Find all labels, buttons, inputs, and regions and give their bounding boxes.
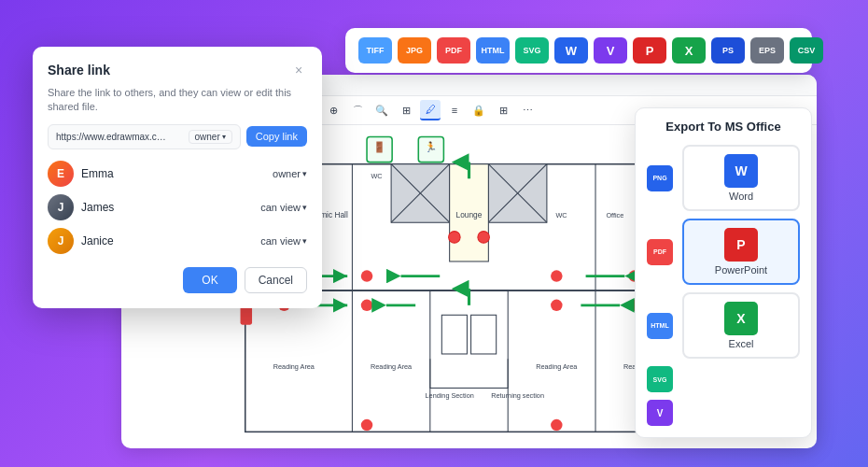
format-vsd-btn[interactable]: V xyxy=(594,37,627,64)
tool-lock[interactable]: 🔒 xyxy=(469,100,489,120)
format-pdf-btn[interactable]: PDF xyxy=(437,37,470,64)
chevron-down-icon: ▾ xyxy=(302,169,307,178)
cancel-button[interactable]: Cancel xyxy=(245,267,307,293)
link-url-text: https://www.edrawmax.com/online/fil xyxy=(56,132,168,142)
list-item: J Janice can view ▾ xyxy=(48,228,307,254)
user-list: E Emma owner ▾ J James can view ▾ J Jani… xyxy=(48,161,307,254)
format-csv-btn[interactable]: CSV xyxy=(790,37,823,64)
user-name: Emma xyxy=(81,167,265,180)
format-eps-btn[interactable]: EPS xyxy=(750,37,784,64)
user-name: James xyxy=(81,201,253,214)
svg-point-30 xyxy=(551,270,563,282)
side-vsd-icon[interactable]: V xyxy=(647,400,673,426)
side-pdf-icon[interactable]: PDF xyxy=(647,239,673,265)
side-png-icon[interactable]: PNG xyxy=(647,165,673,191)
tool-view[interactable]: ⊞ xyxy=(396,100,416,120)
svg-point-14 xyxy=(449,232,461,244)
svg-point-15 xyxy=(478,232,490,244)
chevron-down-icon: ▾ xyxy=(302,236,307,246)
svg-text:WC: WC xyxy=(555,211,567,219)
owner-badge[interactable]: owner ▾ xyxy=(189,130,232,144)
dialog-header: Share link × xyxy=(48,62,307,78)
export-row-word: PNG W Word xyxy=(647,145,800,211)
user-role-dropdown[interactable]: can view ▾ xyxy=(260,202,307,213)
excel-label: Excel xyxy=(690,338,792,349)
format-svg-btn[interactable]: SVG xyxy=(515,37,549,64)
user-name: Janice xyxy=(81,234,253,248)
format-html-btn[interactable]: HTML xyxy=(476,37,510,64)
svg-text:WC: WC xyxy=(371,172,382,180)
svg-point-53 xyxy=(551,300,563,312)
tool-list[interactable]: ≡ xyxy=(444,100,465,120)
word-icon: W xyxy=(724,154,758,188)
svg-point-52 xyxy=(361,300,373,312)
dialog-subtitle: Share the link to others, and they can v… xyxy=(48,86,307,115)
tool-connect[interactable]: ⊕ xyxy=(323,100,343,120)
format-tiff-btn[interactable]: TIFF xyxy=(358,37,392,64)
ok-button[interactable]: OK xyxy=(183,267,236,293)
excel-icon: X xyxy=(724,302,758,335)
dialog-actions: OK Cancel xyxy=(48,267,307,293)
svg-text:Office: Office xyxy=(606,211,623,219)
format-ps-btn[interactable]: PS xyxy=(711,37,745,64)
list-item: J James can view ▾ xyxy=(48,194,307,220)
chevron-down-icon: ▾ xyxy=(302,203,307,212)
format-xls-btn[interactable]: X xyxy=(672,37,706,64)
chevron-down-icon: ▾ xyxy=(222,133,226,141)
svg-text:Reading Area: Reading Area xyxy=(536,362,578,371)
avatar: E xyxy=(48,161,74,187)
export-panel-title: Export To MS Office xyxy=(647,120,800,134)
excel-export-btn[interactable]: X Excel xyxy=(682,292,800,359)
avatar: J xyxy=(48,228,74,254)
export-ms-office-panel: Export To MS Office PNG W Word PDF P Pow… xyxy=(635,107,812,438)
svg-point-29 xyxy=(361,270,373,282)
export-row-svg: SVG xyxy=(647,366,800,392)
tool-more[interactable]: ⋯ xyxy=(517,100,538,120)
avatar: J xyxy=(48,194,74,220)
tool-pen[interactable]: 🖊 xyxy=(420,100,441,120)
svg-text:Returning section: Returning section xyxy=(491,391,544,400)
list-item: E Emma owner ▾ xyxy=(48,161,307,187)
format-word-btn[interactable]: W xyxy=(554,37,588,64)
link-input-field[interactable]: https://www.edrawmax.com/online/fil owne… xyxy=(48,124,241,149)
close-icon[interactable]: × xyxy=(290,62,307,78)
tool-table[interactable]: ⊞ xyxy=(493,100,513,120)
owner-label: owner xyxy=(195,132,220,142)
export-row-vsd: V xyxy=(647,400,800,426)
side-svg-icon[interactable]: SVG xyxy=(647,366,673,392)
svg-point-62 xyxy=(551,419,563,432)
svg-text:Reading Area: Reading Area xyxy=(273,362,315,371)
word-export-btn[interactable]: W Word xyxy=(682,145,800,211)
format-jpg-btn[interactable]: JPG xyxy=(398,37,431,64)
svg-text:🏃: 🏃 xyxy=(425,141,438,153)
powerpoint-export-btn[interactable]: P PowerPoint xyxy=(682,219,800,285)
svg-text:Lounge: Lounge xyxy=(456,210,483,219)
user-role-dropdown[interactable]: owner ▾ xyxy=(273,168,307,179)
export-panel-items: PNG W Word PDF P PowerPoint HTML X Excel xyxy=(647,145,800,426)
svg-text:Lending Section: Lending Section xyxy=(426,391,474,400)
export-row-ppt: PDF P PowerPoint xyxy=(647,219,800,285)
ppt-icon: P xyxy=(724,228,758,262)
link-row: https://www.edrawmax.com/online/fil owne… xyxy=(48,124,307,149)
copy-link-button[interactable]: Copy link xyxy=(246,126,307,147)
svg-point-61 xyxy=(361,419,373,432)
export-row-excel: HTML X Excel xyxy=(647,292,800,359)
side-html-icon[interactable]: HTML xyxy=(647,313,673,339)
format-ppt-btn[interactable]: P xyxy=(633,37,666,64)
svg-text:Reading Area: Reading Area xyxy=(371,362,413,371)
user-role-dropdown[interactable]: can view ▾ xyxy=(260,235,307,247)
word-label: Word xyxy=(690,191,792,202)
svg-text:🚪: 🚪 xyxy=(373,141,386,153)
tool-curve[interactable]: ⌒ xyxy=(347,100,368,120)
share-link-dialog: Share link × Share the link to others, a… xyxy=(33,47,322,308)
export-toolbar: TIFF JPG PDF HTML SVG W V P X PS EPS CSV xyxy=(345,28,812,73)
tool-zoom[interactable]: 🔍 xyxy=(371,100,392,120)
dialog-title: Share link xyxy=(48,63,110,78)
ppt-label: PowerPoint xyxy=(690,264,792,276)
svg-rect-59 xyxy=(241,305,253,325)
